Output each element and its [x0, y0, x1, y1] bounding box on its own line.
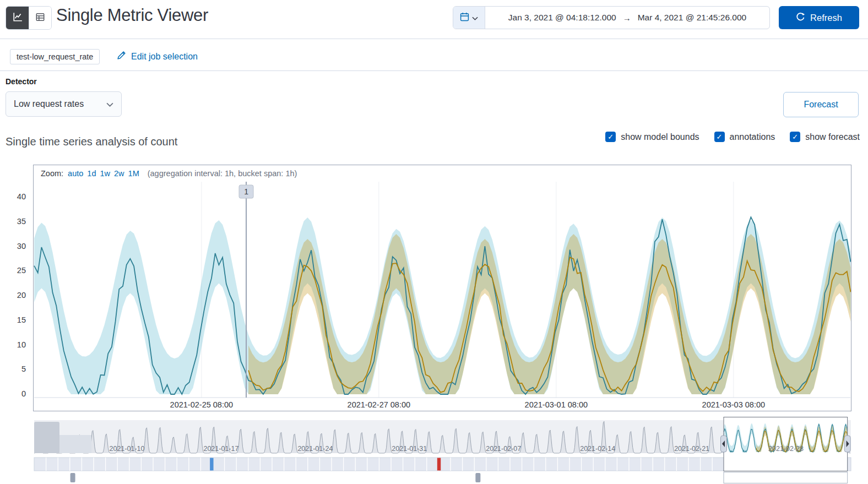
y-axis-tick-label: 0	[0, 389, 26, 398]
zoom-label: Zoom:	[41, 169, 63, 178]
brush-handle-right[interactable]	[844, 436, 850, 452]
edit-job-selection-link[interactable]: Edit job selection	[117, 51, 198, 62]
y-axis-tick-label: 10	[0, 340, 26, 349]
zoom-options: auto1d1w2w1M	[68, 169, 143, 178]
chart-options-row: ✓show model bounds✓annotations✓show fore…	[605, 132, 860, 142]
pencil-icon	[117, 51, 126, 62]
context-tick-label: 2021-01-10	[110, 445, 145, 453]
table-view-button[interactable]	[29, 7, 51, 29]
checkbox-box[interactable]: ✓	[714, 132, 725, 142]
refresh-label: Refresh	[810, 13, 842, 23]
swimlane-anomaly-critical[interactable]	[437, 458, 441, 471]
zoom-option-2w[interactable]: 2w	[114, 169, 124, 178]
context-tick-label: 2021-02-07	[486, 445, 521, 453]
x-axis-tick-label: 2021-02-25 08:00	[170, 400, 234, 409]
date-range-arrow: →	[623, 13, 631, 23]
context-annotation-marker[interactable]	[70, 473, 75, 482]
chevron-down-icon	[106, 99, 113, 109]
context-tick-label: 2021-01-17	[203, 445, 238, 453]
refresh-icon	[796, 12, 805, 24]
y-axis-tick-label: 35	[0, 217, 26, 226]
swimlane-anomaly-low[interactable]	[210, 458, 213, 471]
context-tick-label: 2021-02-28	[768, 445, 804, 453]
context-tick-label: 2021-01-24	[297, 445, 333, 453]
quick-select-button[interactable]	[453, 7, 485, 29]
single-metric-viewer-page: Single Metric Viewer Jan 3, 2021 @ 04:18…	[0, 0, 868, 484]
calendar-icon	[460, 12, 469, 23]
checkbox-label: annotations	[730, 132, 775, 142]
zoom-option-1w[interactable]: 1w	[100, 169, 110, 178]
context-dense-block	[34, 422, 59, 453]
svg-text:1: 1	[244, 187, 248, 196]
zoom-option-1M[interactable]: 1M	[128, 169, 139, 178]
forecast-button[interactable]: Forecast	[783, 92, 859, 117]
annotation-marker[interactable]: 1	[239, 185, 253, 198]
checkbox-show-model-bounds[interactable]: ✓show model bounds	[605, 132, 699, 142]
x-axis-tick-label: 2021-02-27 08:00	[348, 400, 411, 409]
table-icon	[35, 12, 45, 24]
zoom-option-1d[interactable]: 1d	[87, 169, 96, 178]
forecast-bounds-area	[248, 234, 850, 394]
annotation-selection-box	[724, 472, 848, 483]
header-divider	[0, 39, 868, 39]
context-tick-label: 2021-01-31	[392, 445, 427, 453]
y-axis-labels: 0510152025303540	[0, 0, 26, 484]
zoom-option-auto[interactable]: auto	[68, 169, 83, 178]
checkbox-box[interactable]: ✓	[605, 132, 616, 142]
page-title: Single Metric Viewer	[56, 6, 208, 25]
y-axis-tick-label: 40	[0, 192, 26, 201]
brush-handle-left[interactable]	[720, 436, 726, 452]
checkbox-annotations[interactable]: ✓annotations	[714, 132, 775, 142]
refresh-button[interactable]: Refresh	[779, 6, 859, 29]
zoom-bar: Zoom: auto1d1w2w1M (aggregation interval…	[41, 169, 297, 178]
y-axis-tick-label: 30	[0, 242, 26, 251]
edit-job-selection-label: Edit job selection	[131, 52, 198, 62]
context-selection-brush[interactable]	[724, 417, 848, 471]
x-axis-tick-label: 2021-03-01 08:00	[525, 400, 588, 409]
context-tick-label: 2021-02-21	[674, 445, 709, 453]
series-title: Single time series analysis of count	[6, 135, 177, 148]
y-axis-tick-label: 25	[0, 266, 26, 275]
aggregation-note: (aggregation interval: 1h, bucket span: …	[148, 169, 297, 178]
checkbox-box[interactable]: ✓	[790, 132, 800, 142]
date-range-picker: Jan 3, 2021 @ 04:18:12.000 → Mar 4, 2021…	[453, 6, 770, 29]
checkbox-label: show model bounds	[621, 132, 699, 142]
job-bar-divider	[0, 70, 868, 71]
y-axis-tick-label: 15	[0, 316, 26, 324]
start-date-button[interactable]: Jan 3, 2021 @ 04:18:12.000	[508, 13, 616, 23]
y-axis-tick-label: 20	[0, 291, 26, 300]
checkbox-show-forecast[interactable]: ✓show forecast	[790, 132, 860, 142]
checkbox-label: show forecast	[805, 132, 860, 142]
chevron-down-icon	[472, 14, 478, 22]
context-tick-label: 2021-02-14	[580, 445, 615, 453]
context-chart[interactable]: 2021-01-102021-01-172021-01-242021-01-31…	[0, 417, 868, 484]
y-axis-tick-label: 5	[0, 365, 26, 373]
date-range-display: Jan 3, 2021 @ 04:18:12.000 → Mar 4, 2021…	[485, 7, 769, 29]
context-annotation-marker[interactable]	[475, 473, 480, 482]
x-axis-tick-label: 2021-03-03 08:00	[702, 400, 766, 409]
main-time-series-chart[interactable]: 12021-02-25 08:002021-02-27 08:002021-03…	[34, 165, 851, 411]
end-date-button[interactable]: Mar 4, 2021 @ 21:45:26.000	[638, 13, 747, 23]
